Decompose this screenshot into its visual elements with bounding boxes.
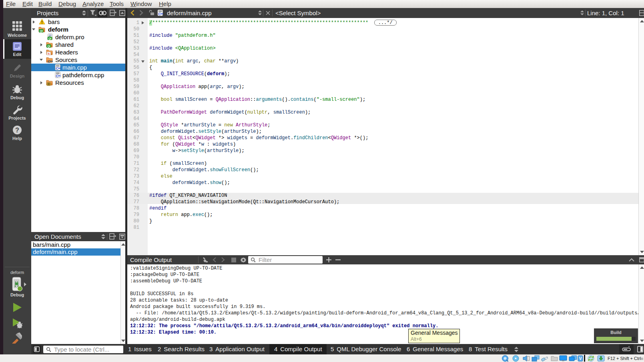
- svg-text:?: ?: [15, 127, 19, 134]
- svg-text:V: V: [579, 356, 582, 361]
